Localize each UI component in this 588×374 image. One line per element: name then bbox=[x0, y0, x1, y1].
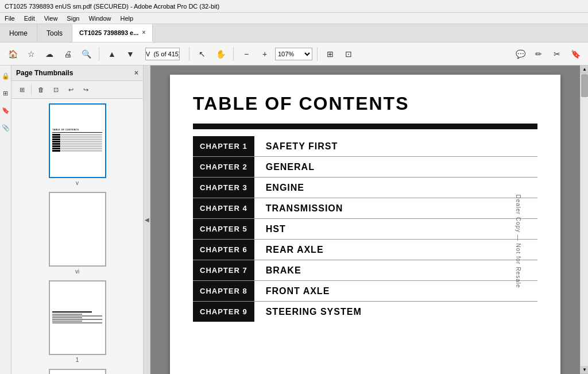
chapter-title-2: GENERAL bbox=[254, 162, 315, 172]
tab-bar: Home Tools CT1025 7398893 e... × bbox=[0, 24, 588, 43]
thumbnail-2[interactable]: 2 bbox=[49, 369, 106, 374]
watermark: Dealer Copy — Not for Resale bbox=[515, 194, 521, 288]
collapse-handle[interactable]: ◀ bbox=[144, 65, 150, 374]
chapter-title-1: SAFETY FIRST bbox=[254, 141, 338, 152]
thumbnail-frame-vi[interactable] bbox=[49, 192, 106, 267]
thumb-content-1 bbox=[52, 311, 102, 324]
share-btn[interactable]: 🔖 bbox=[567, 46, 583, 62]
hand-tool-btn2[interactable]: ✋ bbox=[212, 46, 229, 62]
chapter-row-3[interactable]: CHAPTER 3ENGINE bbox=[193, 178, 537, 198]
annotate-btn[interactable]: ✏ bbox=[531, 46, 547, 62]
sidebar-grid-btn[interactable]: ⊞ bbox=[15, 83, 29, 96]
search-btn[interactable]: 🔍 bbox=[78, 46, 94, 62]
chapter-list: CHAPTER 1SAFETY FIRSTCHAPTER 2GENERALCHA… bbox=[193, 136, 537, 322]
tab-pdf[interactable]: CT1025 7398893 e... × bbox=[72, 24, 153, 42]
chapter-badge-6: CHAPTER 6 bbox=[193, 240, 254, 260]
sidebar-close-btn[interactable]: × bbox=[134, 69, 138, 77]
chapter-title-3: ENGINE bbox=[254, 183, 304, 193]
zoom-in-btn[interactable]: + bbox=[257, 46, 273, 62]
toolbar-right: 💬 ✏ ✂ 🔖 bbox=[512, 46, 583, 62]
fit-width-btn[interactable]: ⊡ bbox=[341, 46, 357, 62]
chapter-row-4[interactable]: CHAPTER 4TRANSMISSION bbox=[193, 198, 537, 219]
thumbnails-area[interactable]: TABLE OF CONTENTS v bbox=[11, 99, 143, 374]
scroll-thumb[interactable] bbox=[581, 74, 588, 97]
page-nav bbox=[141, 48, 184, 60]
zoom-select[interactable]: 107% 100% 125% 75% bbox=[275, 48, 312, 60]
left-icon-lock: 🔒 bbox=[1, 71, 10, 80]
sidebar-extract-btn[interactable]: ⊡ bbox=[49, 83, 63, 96]
page-title: TABLE OF CONTENTS bbox=[193, 93, 537, 114]
fit-page-btn[interactable]: ⊞ bbox=[322, 46, 338, 62]
menu-edit[interactable]: Edit bbox=[24, 15, 35, 22]
sidebar-toolbar: ⊞ 🗑 ⊡ ↩ ↪ bbox=[11, 81, 143, 99]
thumbnail-vi[interactable]: vi bbox=[49, 192, 106, 275]
chapter-row-5[interactable]: CHAPTER 5HST bbox=[193, 219, 537, 240]
home-toolbar-btn[interactable]: 🏠 bbox=[5, 46, 21, 62]
chapter-badge-2: CHAPTER 2 bbox=[193, 157, 254, 177]
menu-view[interactable]: View bbox=[44, 15, 58, 22]
zoom-out-btn[interactable]: − bbox=[238, 46, 254, 62]
bookmark-toolbar-btn[interactable]: ☆ bbox=[23, 46, 39, 62]
toolbar-sep-1 bbox=[99, 47, 99, 61]
comment-btn[interactable]: 💬 bbox=[512, 46, 528, 62]
left-icon-bookmarks[interactable]: 🔖 bbox=[1, 106, 10, 115]
left-icon-attach[interactable]: 📎 bbox=[1, 123, 10, 132]
chapter-title-8: FRONT AXLE bbox=[254, 286, 330, 296]
tab-tools[interactable]: Tools bbox=[37, 24, 72, 42]
menu-window[interactable]: Window bbox=[88, 15, 111, 22]
chapter-badge-9: CHAPTER 9 bbox=[193, 302, 254, 322]
toolbar-sep-4 bbox=[317, 47, 318, 61]
chapter-row-7[interactable]: CHAPTER 7BRAKE bbox=[193, 260, 537, 281]
sidebar-header: Page Thumbnails × bbox=[11, 65, 143, 81]
thumbnail-frame-1[interactable] bbox=[49, 280, 106, 355]
chapter-badge-1: CHAPTER 1 bbox=[193, 136, 254, 156]
chapter-badge-8: CHAPTER 8 bbox=[193, 281, 254, 301]
next-page-btn[interactable]: ▼ bbox=[122, 46, 138, 62]
black-bar bbox=[193, 124, 537, 129]
window-title: CT1025 7398893 enUS sm.pdf (SECURED) - A… bbox=[5, 3, 219, 10]
tab-close-icon[interactable]: × bbox=[142, 29, 145, 36]
thumbnail-1[interactable]: 1 bbox=[49, 280, 106, 363]
sidebar-redo-btn[interactable]: ↪ bbox=[79, 83, 92, 96]
thumbnail-label-v: v bbox=[76, 180, 79, 186]
right-scrollbar[interactable]: ▲ ▼ bbox=[580, 65, 588, 374]
prev-page-btn[interactable]: ▲ bbox=[104, 46, 120, 62]
chapter-row-9[interactable]: CHAPTER 9STEERING SYSTEM bbox=[193, 302, 537, 322]
sidebar-title: Page Thumbnails bbox=[16, 69, 73, 77]
title-bar: CT1025 7398893 enUS sm.pdf (SECURED) - A… bbox=[0, 0, 588, 13]
chapter-badge-7: CHAPTER 7 bbox=[193, 260, 254, 280]
chapter-row-8[interactable]: CHAPTER 8FRONT AXLE bbox=[193, 281, 537, 302]
markup-btn[interactable]: ✂ bbox=[549, 46, 565, 62]
sidebar-undo-btn[interactable]: ↩ bbox=[64, 83, 78, 96]
tab-home[interactable]: Home bbox=[0, 24, 37, 42]
select-tool-btn[interactable]: ↖ bbox=[194, 46, 210, 62]
toolbar-sep-3 bbox=[233, 47, 234, 61]
menu-help[interactable]: Help bbox=[121, 15, 134, 22]
menu-sign[interactable]: Sign bbox=[67, 15, 79, 22]
toolbar-sep-2 bbox=[189, 47, 189, 61]
chapter-badge-5: CHAPTER 5 bbox=[193, 219, 254, 239]
thumbnail-v[interactable]: TABLE OF CONTENTS v bbox=[49, 103, 106, 186]
sidebar: Page Thumbnails × ⊞ 🗑 ⊡ ↩ ↪ TABLE OF CON… bbox=[11, 65, 144, 374]
chapter-badge-3: CHAPTER 3 bbox=[193, 178, 254, 198]
pdf-area[interactable]: TABLE OF CONTENTS CHAPTER 1SAFETY FIRSTC… bbox=[150, 65, 580, 374]
hand-tool-btn[interactable]: ☁ bbox=[41, 46, 57, 62]
thumbnail-frame-v[interactable]: TABLE OF CONTENTS bbox=[49, 103, 106, 178]
thumbnail-frame-2[interactable] bbox=[49, 369, 106, 374]
left-icon-layers[interactable]: ⊞ bbox=[1, 88, 10, 98]
scroll-up-btn[interactable]: ▲ bbox=[581, 65, 588, 74]
page-input[interactable] bbox=[145, 48, 180, 60]
chapter-row-1[interactable]: CHAPTER 1SAFETY FIRST bbox=[193, 136, 537, 157]
chapter-row-2[interactable]: CHAPTER 2GENERAL bbox=[193, 157, 537, 178]
thumb-toc-content: TABLE OF CONTENTS bbox=[52, 129, 102, 153]
sidebar-delete-btn[interactable]: 🗑 bbox=[34, 83, 48, 96]
chapter-row-6[interactable]: CHAPTER 6REAR AXLE bbox=[193, 240, 537, 260]
chapter-title-4: TRANSMISSION bbox=[254, 203, 343, 214]
scroll-track[interactable] bbox=[581, 74, 588, 366]
scroll-down-btn[interactable]: ▼ bbox=[581, 366, 588, 374]
thumbnail-label-1: 1 bbox=[76, 357, 79, 363]
chapter-title-6: REAR AXLE bbox=[254, 245, 324, 255]
menu-file[interactable]: File bbox=[5, 15, 15, 22]
main-layout: 🔒 ⊞ 🔖 📎 Page Thumbnails × ⊞ 🗑 ⊡ ↩ ↪ TABL… bbox=[0, 65, 588, 374]
print-btn[interactable]: 🖨 bbox=[60, 46, 76, 62]
